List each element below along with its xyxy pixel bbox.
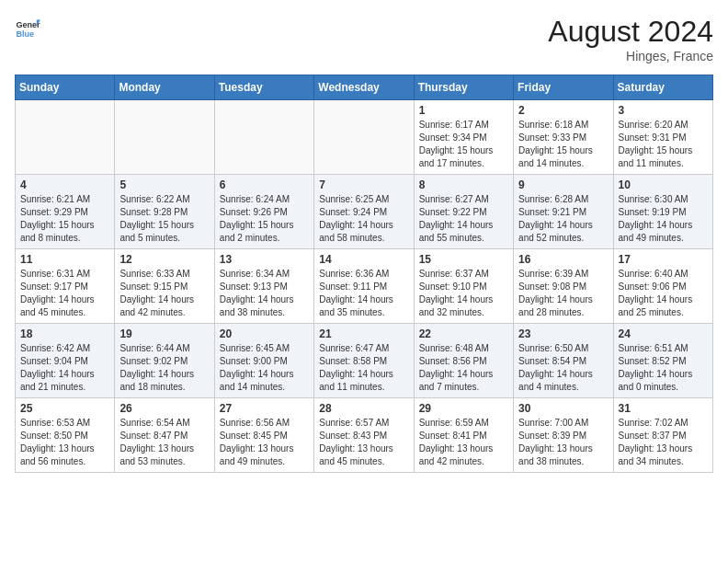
- calendar-cell: 24Sunrise: 6:51 AMSunset: 8:52 PMDayligh…: [613, 324, 712, 398]
- header-thursday: Thursday: [414, 75, 513, 100]
- header-sunday: Sunday: [16, 75, 115, 100]
- calendar-cell: 25Sunrise: 6:53 AMSunset: 8:50 PMDayligh…: [16, 398, 115, 473]
- calendar-cell: 28Sunrise: 6:57 AMSunset: 8:43 PMDayligh…: [314, 398, 414, 473]
- month-year: August 2024: [548, 15, 713, 49]
- day-number: 15: [419, 253, 508, 266]
- calendar-cell: 21Sunrise: 6:47 AMSunset: 8:58 PMDayligh…: [314, 324, 414, 398]
- day-info: Sunrise: 6:39 AMSunset: 9:08 PMDaylight:…: [518, 268, 608, 319]
- header-saturday: Saturday: [613, 75, 712, 100]
- week-row-5: 25Sunrise: 6:53 AMSunset: 8:50 PMDayligh…: [16, 398, 713, 473]
- day-info: Sunrise: 6:37 AMSunset: 9:10 PMDaylight:…: [419, 268, 508, 319]
- day-info: Sunrise: 6:22 AMSunset: 9:28 PMDaylight:…: [119, 193, 209, 245]
- calendar-cell: 26Sunrise: 6:54 AMSunset: 8:47 PMDayligh…: [115, 398, 214, 473]
- day-number: 20: [220, 327, 309, 340]
- title-block: August 2024 Hinges, France: [548, 15, 713, 63]
- calendar-cell: 1Sunrise: 6:17 AMSunset: 9:34 PMDaylight…: [414, 100, 513, 175]
- day-number: 22: [419, 327, 508, 340]
- header-row: SundayMondayTuesdayWednesdayThursdayFrid…: [16, 75, 713, 100]
- day-number: 11: [20, 253, 109, 266]
- day-number: 6: [220, 178, 309, 191]
- day-info: Sunrise: 7:02 AMSunset: 8:37 PMDaylight:…: [619, 417, 708, 468]
- day-info: Sunrise: 6:25 AMSunset: 9:24 PMDaylight:…: [319, 193, 408, 245]
- day-info: Sunrise: 6:34 AMSunset: 9:13 PMDaylight:…: [220, 268, 309, 319]
- day-number: 5: [119, 178, 209, 191]
- day-number: 29: [419, 402, 508, 415]
- day-info: Sunrise: 6:21 AMSunset: 9:29 PMDaylight:…: [20, 193, 109, 245]
- logo-icon: General Blue: [15, 15, 40, 40]
- week-row-1: 1Sunrise: 6:17 AMSunset: 9:34 PMDaylight…: [16, 100, 713, 175]
- header-friday: Friday: [514, 75, 613, 100]
- calendar-cell: 27Sunrise: 6:56 AMSunset: 8:45 PMDayligh…: [214, 398, 313, 473]
- calendar-cell: 13Sunrise: 6:34 AMSunset: 9:13 PMDayligh…: [214, 249, 313, 324]
- day-number: 8: [419, 178, 508, 191]
- day-number: 14: [319, 253, 408, 266]
- calendar-table: SundayMondayTuesdayWednesdayThursdayFrid…: [15, 75, 713, 473]
- header-tuesday: Tuesday: [214, 75, 313, 100]
- day-info: Sunrise: 6:54 AMSunset: 8:47 PMDaylight:…: [119, 417, 209, 468]
- day-number: 4: [20, 178, 109, 191]
- calendar-cell: 29Sunrise: 6:59 AMSunset: 8:41 PMDayligh…: [414, 398, 513, 473]
- calendar-cell: 9Sunrise: 6:28 AMSunset: 9:21 PMDaylight…: [514, 175, 613, 249]
- logo: General Blue: [15, 15, 40, 40]
- day-number: 16: [518, 253, 608, 266]
- calendar-cell: 4Sunrise: 6:21 AMSunset: 9:29 PMDaylight…: [16, 175, 115, 249]
- calendar-cell: [214, 100, 313, 175]
- day-info: Sunrise: 6:59 AMSunset: 8:41 PMDaylight:…: [419, 417, 508, 468]
- day-info: Sunrise: 6:53 AMSunset: 8:50 PMDaylight:…: [20, 417, 109, 468]
- calendar-cell: 3Sunrise: 6:20 AMSunset: 9:31 PMDaylight…: [613, 100, 712, 175]
- day-number: 25: [20, 402, 109, 415]
- calendar-cell: [115, 100, 214, 175]
- day-info: Sunrise: 6:57 AMSunset: 8:43 PMDaylight:…: [319, 417, 408, 468]
- day-info: Sunrise: 6:44 AMSunset: 9:02 PMDaylight:…: [119, 342, 209, 394]
- calendar-cell: 11Sunrise: 6:31 AMSunset: 9:17 PMDayligh…: [16, 249, 115, 324]
- calendar-cell: 2Sunrise: 6:18 AMSunset: 9:33 PMDaylight…: [514, 100, 613, 175]
- day-number: 2: [518, 104, 608, 117]
- header-wednesday: Wednesday: [314, 75, 414, 100]
- calendar-cell: [16, 100, 115, 175]
- day-info: Sunrise: 6:36 AMSunset: 9:11 PMDaylight:…: [319, 268, 408, 319]
- location: Hinges, France: [548, 49, 713, 63]
- day-number: 1: [419, 104, 508, 117]
- day-number: 30: [518, 402, 608, 415]
- day-number: 17: [619, 253, 708, 266]
- calendar-cell: 20Sunrise: 6:45 AMSunset: 9:00 PMDayligh…: [214, 324, 313, 398]
- week-row-4: 18Sunrise: 6:42 AMSunset: 9:04 PMDayligh…: [16, 324, 713, 398]
- day-info: Sunrise: 6:28 AMSunset: 9:21 PMDaylight:…: [518, 193, 608, 245]
- page-header: General Blue August 2024 Hinges, France: [15, 15, 713, 63]
- day-number: 13: [220, 253, 309, 266]
- day-info: Sunrise: 6:18 AMSunset: 9:33 PMDaylight:…: [518, 119, 608, 170]
- day-info: Sunrise: 6:48 AMSunset: 8:56 PMDaylight:…: [419, 342, 508, 394]
- header-monday: Monday: [115, 75, 214, 100]
- calendar-cell: 18Sunrise: 6:42 AMSunset: 9:04 PMDayligh…: [16, 324, 115, 398]
- calendar-cell: 23Sunrise: 6:50 AMSunset: 8:54 PMDayligh…: [514, 324, 613, 398]
- calendar-cell: 15Sunrise: 6:37 AMSunset: 9:10 PMDayligh…: [414, 249, 513, 324]
- calendar-cell: 22Sunrise: 6:48 AMSunset: 8:56 PMDayligh…: [414, 324, 513, 398]
- day-info: Sunrise: 6:17 AMSunset: 9:34 PMDaylight:…: [419, 119, 508, 170]
- day-number: 3: [619, 104, 708, 117]
- day-info: Sunrise: 6:47 AMSunset: 8:58 PMDaylight:…: [319, 342, 408, 394]
- calendar-cell: 30Sunrise: 7:00 AMSunset: 8:39 PMDayligh…: [514, 398, 613, 473]
- day-info: Sunrise: 6:40 AMSunset: 9:06 PMDaylight:…: [619, 268, 708, 319]
- day-number: 28: [319, 402, 408, 415]
- calendar-cell: 6Sunrise: 6:24 AMSunset: 9:26 PMDaylight…: [214, 175, 313, 249]
- day-info: Sunrise: 6:24 AMSunset: 9:26 PMDaylight:…: [220, 193, 309, 245]
- day-number: 23: [518, 327, 608, 340]
- calendar-cell: 10Sunrise: 6:30 AMSunset: 9:19 PMDayligh…: [613, 175, 712, 249]
- day-number: 26: [119, 402, 209, 415]
- day-info: Sunrise: 7:00 AMSunset: 8:39 PMDaylight:…: [518, 417, 608, 468]
- calendar-cell: [314, 100, 414, 175]
- calendar-cell: 5Sunrise: 6:22 AMSunset: 9:28 PMDaylight…: [115, 175, 214, 249]
- day-info: Sunrise: 6:27 AMSunset: 9:22 PMDaylight:…: [419, 193, 508, 245]
- calendar-cell: 19Sunrise: 6:44 AMSunset: 9:02 PMDayligh…: [115, 324, 214, 398]
- calendar-cell: 7Sunrise: 6:25 AMSunset: 9:24 PMDaylight…: [314, 175, 414, 249]
- day-info: Sunrise: 6:42 AMSunset: 9:04 PMDaylight:…: [20, 342, 109, 394]
- calendar-cell: 16Sunrise: 6:39 AMSunset: 9:08 PMDayligh…: [514, 249, 613, 324]
- day-info: Sunrise: 6:20 AMSunset: 9:31 PMDaylight:…: [619, 119, 708, 170]
- day-info: Sunrise: 6:30 AMSunset: 9:19 PMDaylight:…: [619, 193, 708, 245]
- week-row-2: 4Sunrise: 6:21 AMSunset: 9:29 PMDaylight…: [16, 175, 713, 249]
- day-number: 31: [619, 402, 708, 415]
- day-number: 7: [319, 178, 408, 191]
- day-number: 18: [20, 327, 109, 340]
- calendar-cell: 17Sunrise: 6:40 AMSunset: 9:06 PMDayligh…: [613, 249, 712, 324]
- day-info: Sunrise: 6:33 AMSunset: 9:15 PMDaylight:…: [119, 268, 209, 319]
